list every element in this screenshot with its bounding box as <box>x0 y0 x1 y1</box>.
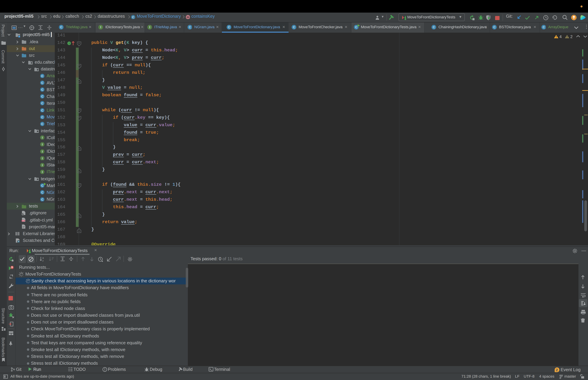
svg-text:I: I <box>100 25 101 29</box>
svg-text:I: I <box>69 42 69 45</box>
svg-text:C: C <box>189 25 191 29</box>
svg-text:C: C <box>41 184 43 187</box>
svg-text:C: C <box>41 122 43 126</box>
svg-text:I: I <box>42 150 43 153</box>
svg-text:a: a <box>42 256 44 259</box>
svg-text:C: C <box>41 191 43 194</box>
svg-text:9: 9 <box>11 266 13 268</box>
svg-text:C: C <box>228 25 230 29</box>
svg-text:I: I <box>149 25 150 29</box>
svg-text:C: C <box>542 25 545 29</box>
svg-text:m: m <box>187 16 189 18</box>
svg-text:C: C <box>41 81 43 85</box>
svg-text:C: C <box>41 198 43 201</box>
svg-text:I: I <box>42 136 43 139</box>
svg-text:I: I <box>42 157 43 160</box>
svg-text:C: C <box>60 25 62 29</box>
svg-text:C: C <box>41 95 43 98</box>
svg-text:C: C <box>293 25 295 29</box>
svg-text:C: C <box>41 88 43 91</box>
svg-text:C: C <box>41 102 43 105</box>
svg-text:YML: YML <box>22 220 25 222</box>
svg-text:C: C <box>41 74 43 77</box>
svg-text:I: I <box>42 163 43 167</box>
svg-text:C: C <box>493 25 495 29</box>
svg-text:C: C <box>433 25 435 29</box>
svg-text:I: I <box>42 143 43 146</box>
svg-text:I: I <box>42 171 43 174</box>
svg-text:z: z <box>42 259 44 262</box>
svg-text:C: C <box>41 109 43 112</box>
svg-text:C: C <box>41 115 43 119</box>
svg-text:C: C <box>132 16 134 19</box>
